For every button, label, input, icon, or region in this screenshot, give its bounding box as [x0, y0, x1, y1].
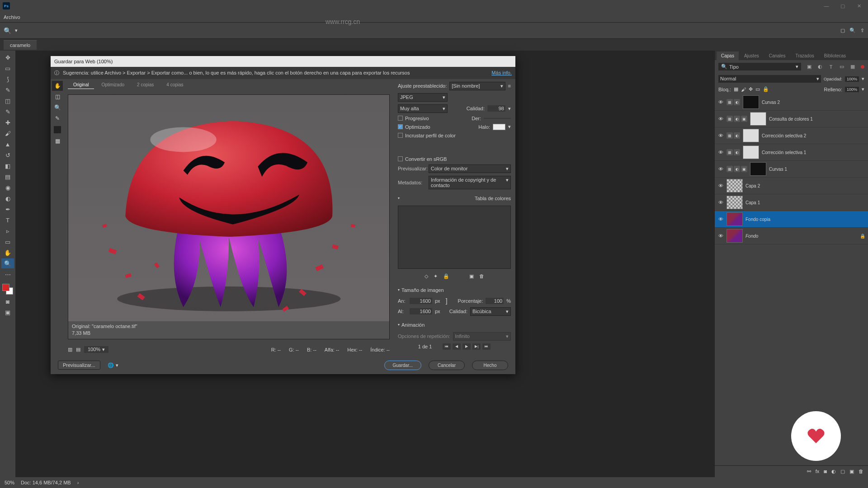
heal-tool[interactable]: ✚ [1, 117, 14, 127]
visibility-icon[interactable]: 👁 [717, 183, 724, 188]
dlg-hand-tool[interactable]: ✋ [52, 81, 63, 91]
filter-shape-icon[interactable]: ▭ [838, 63, 845, 70]
der-input[interactable] [484, 118, 511, 119]
filter-type-icon[interactable]: T [827, 63, 835, 70]
ct-icon-1[interactable]: ◇ [425, 273, 428, 279]
color-swatches[interactable] [1, 283, 14, 296]
layer-thumbnail[interactable] [743, 129, 759, 142]
dlg-toggle-slices-icon[interactable]: ▦ [52, 136, 63, 146]
quality-preset-select[interactable]: Muy alta▾ [398, 104, 448, 113]
path-tool[interactable]: ▹ [1, 226, 14, 236]
adjustment-icon[interactable]: ◐ [831, 469, 836, 474]
halo-dropdown-icon[interactable]: ▾ [508, 124, 511, 130]
first-frame-icon[interactable]: ⏮ [443, 343, 451, 350]
eraser-tool[interactable]: ◧ [1, 161, 14, 171]
previsualizar-button[interactable]: Previsualizar... [58, 361, 100, 370]
visibility-icon[interactable]: 👁 [717, 233, 724, 239]
preset-menu-icon[interactable]: ≡ [508, 83, 511, 89]
toggle-slices2-icon[interactable]: ▤ [76, 347, 80, 352]
last-frame-icon[interactable]: ⏭ [482, 343, 491, 350]
layer-name[interactable]: Capa 2 [745, 183, 760, 188]
more-info-link[interactable]: Más info. [491, 70, 512, 75]
layer-thumbnail[interactable] [743, 95, 759, 109]
layer-thumbnail[interactable] [743, 145, 759, 159]
play-icon[interactable]: ▶ [462, 343, 471, 350]
workspace-icon[interactable]: ▢ [840, 28, 845, 33]
progresivo-checkbox[interactable]: Progresivo [398, 116, 429, 121]
layer-row[interactable]: 👁▦◐Corrección selectiva 1 [715, 144, 868, 161]
tab-trazados[interactable]: Trazados [791, 52, 818, 60]
layer-name[interactable]: Corrección selectiva 1 [762, 150, 806, 155]
filter-pixel-icon[interactable]: ▣ [806, 63, 813, 70]
layer-name[interactable]: Fondo copia [745, 217, 770, 222]
history-brush-tool[interactable]: ↺ [1, 150, 14, 160]
lock-paint-icon[interactable]: 🖌 [741, 87, 746, 92]
browser-preview-select[interactable]: 🌐▾ [108, 362, 118, 368]
animation-header[interactable]: Animación [398, 320, 511, 329]
dlg-zoom-tool[interactable]: 🔍 [52, 103, 63, 113]
format-select[interactable]: JPEG▾ [398, 93, 448, 102]
visibility-icon[interactable]: 👁 [717, 133, 724, 138]
lock-all-icon[interactable]: 🔒 [763, 86, 769, 92]
opacity-input[interactable]: 100% [845, 76, 859, 82]
visibility-icon[interactable]: 👁 [717, 99, 724, 105]
preset-select[interactable]: [Sin nombre]▾ [449, 82, 505, 90]
options-dropdown-icon[interactable]: ▾ [15, 28, 18, 33]
move-tool[interactable]: ✥ [1, 52, 14, 62]
canvas[interactable]: Guardar para Web (100%) ⓘ Sugerencia: ut… [15, 51, 714, 477]
image-size-header[interactable]: Tamaño de imagen [398, 286, 511, 295]
mask-icon[interactable]: ◙ [824, 469, 827, 474]
convert-srgb-checkbox[interactable]: Convertir en sRGB [398, 156, 511, 162]
dlg-eyedropper-tool[interactable]: ✎ [52, 113, 63, 123]
cancelar-button[interactable]: Cancelar [429, 361, 465, 370]
crop-tool[interactable]: ◫ [1, 96, 14, 106]
link-layers-icon[interactable]: ⚯ [807, 469, 811, 474]
hand-tool[interactable]: ✋ [1, 248, 14, 258]
visibility-icon[interactable]: 👁 [717, 150, 724, 155]
percent-input[interactable]: 100 [486, 298, 504, 304]
screenmode-icon[interactable]: ▣ [1, 307, 14, 317]
quick-select-tool[interactable]: ✎ [1, 85, 14, 95]
layer-thumbnail[interactable] [726, 196, 743, 209]
dlg-color-swatch[interactable] [54, 126, 61, 133]
tab-4copias[interactable]: 4 copias [161, 81, 189, 89]
layer-row[interactable]: 👁Capa 1 [715, 194, 868, 211]
group-icon[interactable]: ▢ [840, 469, 845, 474]
opacity-dropdown-icon[interactable]: ▾ [862, 76, 864, 82]
window-minimize-icon[interactable]: — [820, 1, 833, 10]
tab-ajustes[interactable]: Ajustes [740, 52, 764, 60]
link-icon[interactable]: ] [446, 297, 448, 305]
visibility-icon[interactable]: 👁 [717, 116, 724, 122]
toggle-slices-icon[interactable]: ▥ [68, 347, 72, 352]
guardar-button[interactable]: Guardar... [384, 361, 421, 370]
ct-new-icon[interactable]: ▣ [469, 273, 474, 279]
window-maximize-icon[interactable]: ▢ [836, 1, 849, 10]
search-icon[interactable]: 🔍 [849, 28, 856, 33]
tab-bibliotecas[interactable]: Bibliotecas [820, 52, 850, 60]
layer-row[interactable]: 👁▦◐▣Curvas 1 [715, 161, 868, 178]
zoom-select[interactable]: 100%▾ [84, 346, 108, 353]
stamp-tool[interactable]: ▲ [1, 139, 14, 149]
new-layer-icon[interactable]: ▣ [849, 469, 854, 474]
hecho-button[interactable]: Hecho [472, 361, 508, 370]
layer-row[interactable]: 👁Capa 2 [715, 178, 868, 194]
window-close-icon[interactable]: ✕ [853, 1, 865, 10]
type-tool[interactable]: T [1, 215, 14, 225]
metadata-select[interactable]: Información de copyright y de contacto▾ [429, 176, 511, 189]
fill-input[interactable]: 100% [845, 87, 859, 92]
filter-adj-icon[interactable]: ◐ [816, 63, 824, 70]
lock-nest-icon[interactable]: ▭ [755, 86, 760, 92]
layer-row[interactable]: 👁Fondo🔒 [715, 228, 868, 244]
next-frame-icon[interactable]: ▶| [472, 343, 481, 350]
zoom-icon[interactable]: 🔍 [4, 27, 11, 34]
layer-thumbnail[interactable] [750, 162, 766, 176]
edit-toolbar-icon[interactable]: ⋯ [1, 269, 14, 279]
layer-row[interactable]: 👁Fondo copia [715, 211, 868, 228]
share-icon[interactable]: ⇪ [860, 28, 864, 33]
pen-tool[interactable]: ✒ [1, 204, 14, 214]
filter-smart-icon[interactable]: ▦ [849, 63, 856, 70]
foreground-color[interactable] [2, 284, 9, 291]
prev-frame-icon[interactable]: ◀ [453, 343, 461, 350]
visibility-icon[interactable]: 👁 [717, 216, 724, 222]
layer-filter-select[interactable]: 🔍Tipo▾ [718, 63, 801, 70]
